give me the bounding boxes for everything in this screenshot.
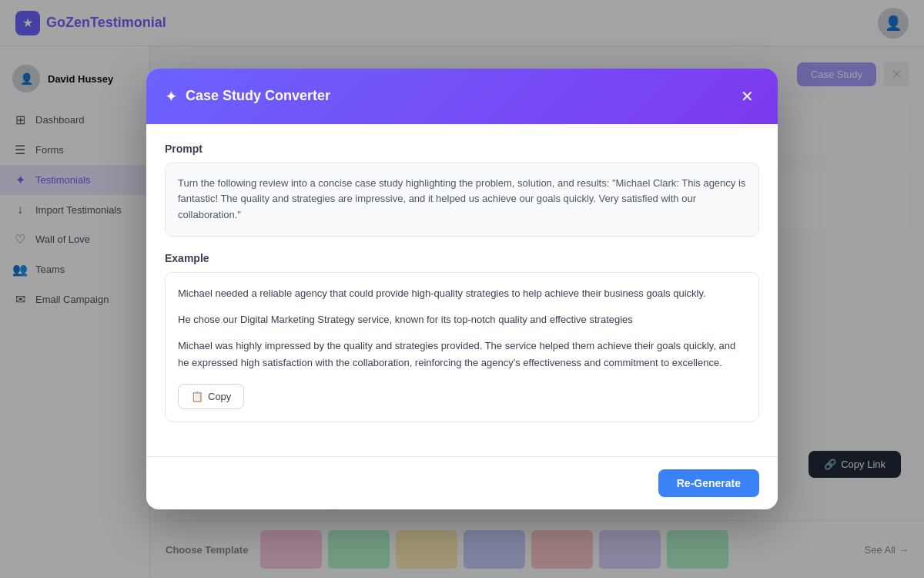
copy-button[interactable]: 📋 Copy [178, 384, 244, 409]
modal-header-left: ✦ Case Study Converter [165, 87, 330, 106]
modal-footer: Re-Generate [146, 456, 778, 509]
modal-overlay: ✦ Case Study Converter ✕ Prompt Turn the… [0, 0, 924, 578]
sparkle-icon: ✦ [165, 87, 178, 106]
copy-icon: 📋 [191, 391, 203, 402]
modal-close-button[interactable]: ✕ [735, 84, 759, 109]
example-paragraph-3: Michael was highly impressed by the qual… [178, 338, 746, 371]
case-study-modal: ✦ Case Study Converter ✕ Prompt Turn the… [146, 69, 778, 510]
example-paragraph-2: He chose our Digital Marketing Strategy … [178, 311, 746, 328]
modal-title: Case Study Converter [186, 88, 330, 104]
copy-button-label: Copy [208, 391, 231, 402]
prompt-label: Prompt [165, 143, 759, 155]
modal-header: ✦ Case Study Converter ✕ [146, 69, 778, 124]
prompt-section: Prompt Turn the following review into a … [165, 143, 759, 237]
example-paragraph-1: Michael needed a reliable agency that co… [178, 285, 746, 302]
example-section: Example Michael needed a reliable agency… [165, 252, 759, 422]
modal-body: Prompt Turn the following review into a … [146, 124, 778, 457]
prompt-text: Turn the following review into a concise… [165, 163, 759, 237]
example-box: Michael needed a reliable agency that co… [165, 272, 759, 422]
regenerate-button[interactable]: Re-Generate [658, 469, 759, 497]
example-label: Example [165, 252, 759, 264]
